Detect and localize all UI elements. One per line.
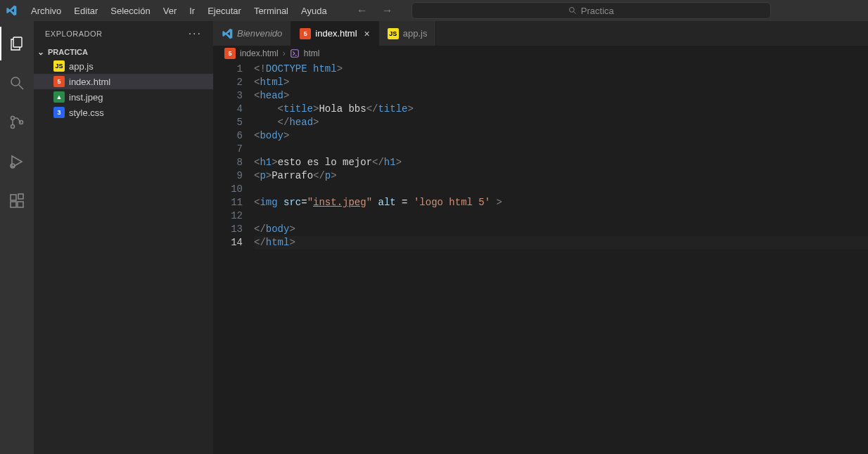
breadcrumb[interactable]: 5 index.html › html bbox=[213, 46, 868, 61]
vscode-icon bbox=[222, 28, 233, 39]
code-line[interactable] bbox=[254, 143, 868, 156]
file-name: app.js bbox=[69, 61, 94, 72]
code-line[interactable]: <title>Hola bbs</title> bbox=[254, 103, 868, 116]
search-icon bbox=[568, 6, 577, 15]
svg-point-3 bbox=[11, 77, 20, 86]
file-row[interactable]: 3style.css bbox=[34, 105, 213, 120]
menu-item-archivo[interactable]: Archivo bbox=[25, 3, 67, 19]
titlebar: ArchivoEditarSelecciónVerIrEjecutarTermi… bbox=[0, 0, 868, 21]
activity-extensions-icon[interactable] bbox=[0, 184, 34, 218]
sidebar-header: EXPLORADOR ··· bbox=[34, 21, 213, 46]
js-file-icon: JS bbox=[53, 60, 65, 72]
editor-tab[interactable]: Bienvenido bbox=[213, 21, 291, 46]
svg-rect-2 bbox=[13, 37, 22, 47]
menu-item-selección[interactable]: Selección bbox=[105, 3, 155, 19]
css-file-icon: 3 bbox=[53, 107, 65, 118]
line-number-gutter: 1234567891011121314 bbox=[213, 63, 254, 454]
vscode-logo-icon bbox=[6, 5, 17, 16]
editor-container: Bienvenido5index.html×JSapp.js 5 index.h… bbox=[213, 21, 868, 454]
breadcrumb-symbol: html bbox=[304, 48, 320, 58]
svg-point-6 bbox=[11, 125, 15, 129]
code-line[interactable] bbox=[254, 183, 868, 196]
sidebar-title: EXPLORADOR bbox=[45, 30, 102, 38]
editor-body[interactable]: 1234567891011121314 <!DOCTYPE html><html… bbox=[213, 61, 868, 454]
code-line[interactable]: <body> bbox=[254, 129, 868, 143]
code-line[interactable]: <head> bbox=[254, 89, 868, 103]
svg-rect-10 bbox=[11, 202, 16, 207]
menu-item-terminal[interactable]: Terminal bbox=[248, 3, 294, 19]
code-area[interactable]: <!DOCTYPE html><html><head> <title>Hola … bbox=[254, 63, 868, 454]
nav-back-icon[interactable]: ← bbox=[352, 3, 372, 18]
svg-point-0 bbox=[569, 8, 574, 13]
activity-source-control-icon[interactable] bbox=[0, 105, 34, 139]
tab-label: index.html bbox=[315, 28, 357, 39]
folder-name: PRACTICA bbox=[48, 48, 88, 56]
folder-root[interactable]: ⌄ PRACTICA bbox=[34, 46, 213, 58]
code-line[interactable]: </body> bbox=[254, 223, 868, 236]
file-name: inst.jpeg bbox=[69, 92, 103, 103]
code-line[interactable] bbox=[254, 209, 868, 223]
html-file-icon: 5 bbox=[224, 48, 236, 59]
menu-item-editar[interactable]: Editar bbox=[68, 3, 103, 19]
file-name: index.html bbox=[69, 77, 110, 87]
svg-rect-12 bbox=[18, 194, 23, 199]
file-row[interactable]: ▲inst.jpeg bbox=[34, 89, 213, 105]
command-center-search[interactable]: Practica bbox=[411, 2, 771, 19]
html-file-icon: 5 bbox=[300, 28, 311, 39]
code-line[interactable]: </html> bbox=[254, 236, 868, 249]
breadcrumb-file: index.html bbox=[240, 48, 279, 58]
svg-line-4 bbox=[19, 85, 23, 89]
menu-item-ir[interactable]: Ir bbox=[184, 3, 200, 19]
activity-explorer-icon[interactable] bbox=[0, 27, 34, 60]
code-line[interactable]: </head> bbox=[254, 116, 868, 129]
menu-item-ejecutar[interactable]: Ejecutar bbox=[202, 3, 247, 19]
sidebar-more-icon[interactable]: ··· bbox=[189, 27, 202, 40]
svg-line-1 bbox=[573, 12, 575, 14]
code-line[interactable]: <p>Parrafo</p> bbox=[254, 169, 868, 183]
close-icon[interactable]: × bbox=[364, 28, 370, 39]
search-placeholder: Practica bbox=[581, 6, 614, 16]
nav-arrows: ← → bbox=[352, 3, 397, 18]
tabs-bar: Bienvenido5index.html×JSapp.js bbox=[213, 21, 868, 46]
editor-tab[interactable]: JSapp.js bbox=[379, 21, 437, 46]
activity-run-debug-icon[interactable] bbox=[0, 145, 34, 179]
code-line[interactable]: <!DOCTYPE html> bbox=[254, 63, 868, 76]
js-file-icon: JS bbox=[388, 28, 399, 39]
tab-label: Bienvenido bbox=[237, 28, 282, 39]
nav-forward-icon[interactable]: → bbox=[378, 3, 397, 18]
file-row[interactable]: JSapp.js bbox=[34, 58, 213, 74]
menu-item-ayuda[interactable]: Ayuda bbox=[295, 3, 333, 19]
svg-rect-9 bbox=[11, 195, 16, 200]
code-line[interactable]: <img src="inst.jpeg" alt = 'logo html 5'… bbox=[254, 196, 868, 209]
sidebar-explorer: EXPLORADOR ··· ⌄ PRACTICA JSapp.js5index… bbox=[34, 21, 213, 454]
editor-tab[interactable]: 5index.html× bbox=[291, 21, 378, 46]
svg-rect-11 bbox=[18, 202, 23, 207]
img-file-icon: ▲ bbox=[53, 91, 65, 103]
breadcrumb-separator-icon: › bbox=[283, 48, 286, 58]
code-line[interactable]: <h1>esto es lo mejor</h1> bbox=[254, 156, 868, 169]
activity-search-icon[interactable] bbox=[0, 66, 34, 100]
menu-item-ver[interactable]: Ver bbox=[158, 3, 183, 19]
symbol-icon bbox=[290, 48, 300, 58]
activity-bar bbox=[0, 21, 34, 454]
code-line[interactable]: <html> bbox=[254, 76, 868, 89]
tab-label: app.js bbox=[403, 28, 428, 39]
svg-point-5 bbox=[11, 117, 15, 120]
file-row[interactable]: 5index.html bbox=[34, 74, 213, 89]
chevron-down-icon: ⌄ bbox=[37, 47, 45, 57]
html-file-icon: 5 bbox=[53, 76, 65, 87]
menu-bar: ArchivoEditarSelecciónVerIrEjecutarTermi… bbox=[25, 3, 333, 19]
file-name: style.css bbox=[69, 108, 104, 118]
